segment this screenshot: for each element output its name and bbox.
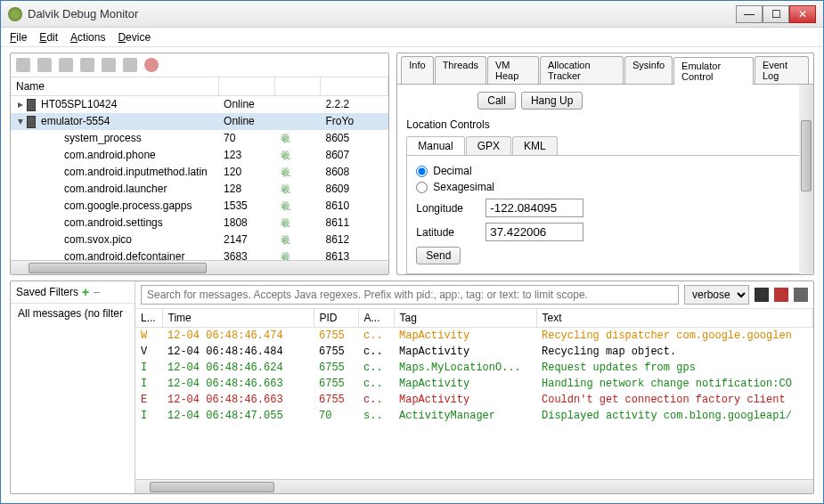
heap-icon[interactable] — [37, 58, 52, 72]
close-button[interactable]: ✕ — [789, 5, 816, 23]
location-controls-label: Location Controls — [406, 118, 804, 131]
device-toolbar — [11, 53, 388, 77]
thread-icon[interactable] — [102, 58, 116, 72]
log-hscroll[interactable] — [135, 479, 813, 493]
debug-icon[interactable] — [16, 58, 30, 72]
filters-list[interactable]: All messages (no filter — [11, 304, 135, 493]
app-window: Dalvik Debug Monitor — ☐ ✕ File Edit Act… — [0, 0, 824, 504]
tab-threads[interactable]: Threads — [435, 56, 486, 84]
col-icon[interactable] — [275, 77, 321, 96]
tab-vm-heap[interactable]: VM Heap — [487, 56, 539, 84]
detail-tabs: InfoThreadsVM HeapAllocation TrackerSysi… — [397, 53, 813, 85]
add-filter-icon[interactable]: + — [82, 285, 89, 299]
col-tag[interactable]: Tag — [394, 309, 536, 328]
minimize-button[interactable]: — — [736, 5, 763, 23]
detail-vscroll[interactable] — [799, 85, 813, 274]
latitude-input[interactable] — [485, 223, 583, 241]
log-row[interactable]: V12-04 06:48:46.4846755c..MapActivityRec… — [135, 344, 813, 360]
decimal-label: Decimal — [433, 165, 471, 177]
sexagesimal-radio[interactable] — [416, 182, 428, 193]
device-row[interactable]: ▾emulator-5554OnlineFroYo — [11, 113, 388, 130]
gc-icon[interactable] — [80, 58, 94, 72]
log-row[interactable]: W12-04 06:48:46.4746755c..MapActivityRec… — [135, 328, 813, 345]
emulator-control-pane: Call Hang Up Location Controls ManualGPX… — [397, 85, 813, 274]
longitude-input[interactable] — [485, 199, 583, 217]
col-version[interactable] — [321, 77, 388, 96]
scroll-lock-icon[interactable] — [794, 288, 808, 302]
log-row[interactable]: I12-04 06:48:46.6636755c..MapActivityHan… — [135, 376, 813, 392]
col-pid[interactable]: PID — [314, 309, 358, 328]
process-row[interactable]: com.android.inputmethod.latin120羲8608 — [11, 164, 388, 181]
device-icon — [27, 116, 36, 128]
menu-actions[interactable]: Actions — [70, 31, 105, 44]
sexagesimal-label: Sexagesimal — [433, 181, 494, 193]
hangup-button[interactable]: Hang Up — [521, 92, 583, 110]
menu-file[interactable]: File — [10, 31, 27, 44]
bug-icon: 羲 — [281, 251, 290, 260]
log-row[interactable]: E12-04 06:48:46.6636755c..MapActivityCou… — [135, 392, 813, 408]
location-subtabs: ManualGPXKML — [406, 136, 804, 156]
log-row[interactable]: I12-04 06:48:46.6246755c..Maps.MyLocatio… — [135, 360, 813, 376]
device-row[interactable]: ▸HT05SPL10424Online2.2.2 — [11, 96, 388, 113]
log-search-input[interactable] — [141, 285, 679, 305]
saved-filters-label: Saved Filters — [16, 286, 78, 298]
dump-icon[interactable] — [59, 58, 73, 72]
log-search-bar: verbose — [135, 281, 813, 309]
filters-pane: Saved Filters + − All messages (no filte… — [11, 281, 135, 493]
subtab-manual[interactable]: Manual — [406, 136, 464, 155]
log-table[interactable]: L... Time PID A... Tag Text W12-04 06:48… — [135, 309, 813, 479]
send-button[interactable]: Send — [416, 247, 461, 264]
bug-icon: 羲 — [281, 217, 290, 228]
remove-filter-icon[interactable]: − — [93, 285, 100, 299]
bug-icon: 羲 — [281, 183, 290, 194]
titlebar: Dalvik Debug Monitor — ☐ ✕ — [1, 1, 823, 28]
bug-icon: 羲 — [281, 167, 290, 177]
detail-panel: InfoThreadsVM HeapAllocation TrackerSysi… — [396, 53, 814, 275]
subtab-kml[interactable]: KML — [512, 136, 558, 155]
longitude-label: Longitude — [416, 202, 478, 215]
process-row[interactable]: com.android.launcher128羲8609 — [11, 181, 388, 198]
process-row[interactable]: com.google.process.gapps1535羲8610 — [11, 198, 388, 215]
tab-info[interactable]: Info — [401, 56, 433, 84]
log-row[interactable]: I12-04 06:48:47.05570s..ActivityManagerD… — [135, 408, 813, 424]
process-row[interactable]: com.android.phone123羲8607 — [11, 147, 388, 164]
process-row[interactable]: system_process70羲8605 — [11, 130, 388, 147]
tab-sysinfo[interactable]: Sysinfo — [624, 56, 673, 84]
col-status[interactable] — [218, 77, 275, 96]
col-name[interactable]: Name — [11, 77, 218, 96]
decimal-radio[interactable] — [416, 166, 428, 177]
latitude-label: Latitude — [416, 226, 478, 239]
col-level[interactable]: L... — [135, 309, 162, 328]
bug-icon: 羲 — [281, 234, 290, 245]
device-table[interactable]: Name ▸HT05SPL10424Online2.2.2▾emulator-5… — [11, 77, 388, 260]
col-text[interactable]: Text — [536, 309, 813, 328]
subtab-gpx[interactable]: GPX — [466, 136, 511, 155]
tab-allocation-tracker[interactable]: Allocation Tracker — [540, 56, 624, 84]
menu-edit[interactable]: Edit — [39, 31, 58, 44]
menubar: File Edit Actions Device — [1, 28, 823, 47]
stop-icon[interactable] — [144, 58, 159, 72]
process-row[interactable]: com.svox.pico2147羲8612 — [11, 232, 388, 248]
process-row[interactable]: com.android.defcontainer3683羲8613 — [11, 248, 388, 260]
tab-event-log[interactable]: Event Log — [755, 56, 809, 84]
device-icon — [27, 99, 36, 111]
device-panel: Name ▸HT05SPL10424Online2.2.2▾emulator-5… — [10, 53, 389, 275]
bug-icon: 羲 — [281, 150, 290, 160]
process-row[interactable]: com.android.settings1808羲8611 — [11, 215, 388, 232]
trace-icon[interactable] — [123, 58, 137, 72]
menu-device[interactable]: Device — [118, 31, 151, 44]
clear-log-icon[interactable] — [774, 288, 788, 302]
window-title: Dalvik Debug Monitor — [28, 7, 736, 20]
call-button[interactable]: Call — [477, 92, 516, 110]
device-hscroll[interactable] — [11, 260, 388, 274]
maximize-button[interactable]: ☐ — [763, 5, 789, 23]
log-level-select[interactable]: verbose — [684, 285, 749, 305]
tab-emulator-control[interactable]: Emulator Control — [673, 57, 754, 85]
bug-icon: 羲 — [281, 133, 290, 143]
save-log-icon[interactable] — [755, 288, 769, 302]
app-icon — [8, 7, 22, 21]
filter-item[interactable]: All messages (no filter — [11, 304, 135, 323]
col-app[interactable]: A... — [358, 309, 394, 328]
col-time[interactable]: Time — [162, 309, 314, 328]
manual-tab-body: Decimal Sexagesimal Longitude Latitude — [406, 156, 804, 274]
